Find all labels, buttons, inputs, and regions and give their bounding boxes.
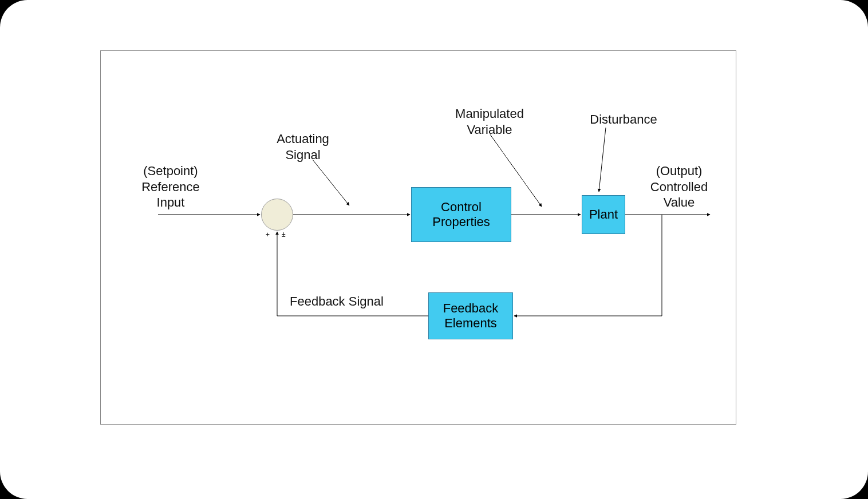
label-disturbance: Disturbance <box>575 112 672 128</box>
diagram-card: Control Properties Plant Feedback Elemen… <box>0 0 868 499</box>
control-properties-label-2: Properties <box>432 215 490 229</box>
control-properties-label-1: Control <box>441 200 482 214</box>
sum-plus-sign: + <box>266 231 270 239</box>
feedback-elements-block: Feedback Elements <box>428 292 513 339</box>
label-feedback-signal: Feedback Signal <box>290 294 404 310</box>
feedback-elements-label-1: Feedback <box>443 301 499 315</box>
plant-label: Plant <box>589 207 618 222</box>
label-manipulated: Manipulated Variable <box>441 106 538 137</box>
label-setpoint: (Setpoint) Reference Input <box>125 163 216 211</box>
feedback-elements-label-2: Elements <box>444 316 497 330</box>
diagram-frame: Control Properties Plant Feedback Elemen… <box>100 50 736 425</box>
plant-block: Plant <box>582 195 625 234</box>
sum-plusminus-sign: ± <box>282 231 286 239</box>
summing-junction <box>261 199 293 231</box>
pointer-disturbance <box>599 128 606 192</box>
pointer-actuating <box>313 160 349 205</box>
label-output: (Output) Controlled Value <box>633 163 725 211</box>
label-actuating: Actuating Signal <box>266 131 340 163</box>
control-properties-block: Control Properties <box>411 187 511 242</box>
